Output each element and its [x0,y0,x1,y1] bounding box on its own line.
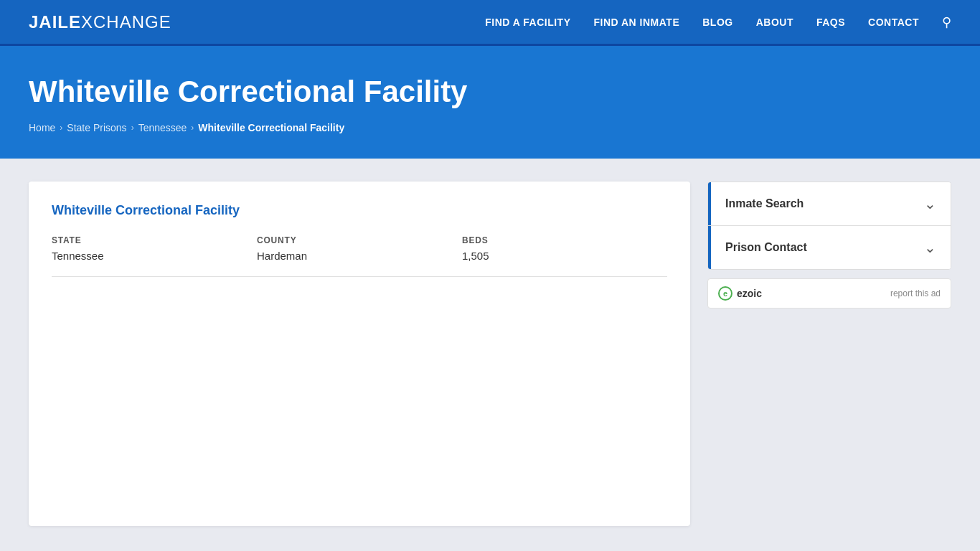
county-label: COUNTY [257,235,462,245]
beds-label: BEDS [462,235,667,245]
logo-exchange-x: E [69,12,81,32]
breadcrumb: Home › State Prisons › Tennessee › White… [29,122,951,133]
county-value: Hardeman [257,250,462,262]
breadcrumb-sep-3: › [191,123,194,133]
state-label: STATE [52,235,257,245]
info-beds-col: BEDS 1,505 [462,235,667,262]
sidebar-accordion: Inmate Search ⌄ Prison Contact ⌄ [707,182,951,270]
accordion-item-inmate-search: Inmate Search ⌄ [708,182,951,226]
ezoic-circle-icon: e [718,286,732,301]
hero-section: Whiteville Correctional Facility Home › … [0,46,980,159]
logo-link[interactable]: JAILEEXCHANGEXCHANGE [29,12,171,32]
inmate-search-header[interactable]: Inmate Search ⌄ [708,182,951,225]
breadcrumb-current: Whiteville Correctional Facility [198,122,344,133]
nav-faqs[interactable]: FAQs [816,17,845,28]
inmate-search-chevron-icon: ⌄ [924,195,936,212]
breadcrumb-sep-2: › [131,123,134,133]
nav-contact[interactable]: CONTACT [868,17,919,28]
facility-info-grid: STATE Tennessee COUNTY Hardeman BEDS 1,5… [52,235,667,262]
breadcrumb-state-prisons[interactable]: State Prisons [67,122,126,133]
ezoic-label: ezoic [737,288,762,299]
breadcrumb-sep-1: › [60,123,62,133]
page-title: Whiteville Correctional Facility [29,75,951,109]
search-icon[interactable]: ⚲ [942,15,951,29]
inmate-search-title: Inmate Search [725,197,804,210]
nav-links: FIND A FACILITY FIND AN INMATE BLOG ABOU… [485,14,951,30]
logo-jail: JAIL [29,12,69,32]
nav-find-facility[interactable]: FIND A FACILITY [485,17,570,28]
navbar: JAILEEXCHANGEXCHANGE FIND A FACILITY FIN… [0,0,980,46]
accordion-item-prison-contact: Prison Contact ⌄ [708,226,951,269]
nav-find-inmate[interactable]: FIND AN INMATE [593,17,679,28]
info-state-col: STATE Tennessee [52,235,257,262]
logo-exchange: EEXCHANGEXCHANGE [69,12,171,32]
prison-contact-title: Prison Contact [725,241,807,254]
breadcrumb-tennessee[interactable]: Tennessee [138,122,187,133]
ezoic-logo: e ezoic [718,286,762,301]
facility-card-title: Whiteville Correctional Facility [52,203,667,218]
nav-blog[interactable]: BLOG [702,17,732,28]
facility-card: Whiteville Correctional Facility STATE T… [29,182,690,526]
breadcrumb-home[interactable]: Home [29,122,55,133]
beds-value: 1,505 [462,250,667,262]
report-ad-link[interactable]: report this ad [890,288,941,298]
sidebar: Inmate Search ⌄ Prison Contact ⌄ e ezoic… [707,182,951,309]
prison-contact-chevron-icon: ⌄ [924,239,936,256]
ad-bar: e ezoic report this ad [707,278,951,309]
info-county-col: COUNTY Hardeman [257,235,462,262]
nav-about[interactable]: ABOUT [756,17,793,28]
prison-contact-header[interactable]: Prison Contact ⌄ [708,226,951,269]
main-content: Whiteville Correctional Facility STATE T… [0,159,980,549]
divider [52,276,667,277]
state-value: Tennessee [52,250,257,262]
